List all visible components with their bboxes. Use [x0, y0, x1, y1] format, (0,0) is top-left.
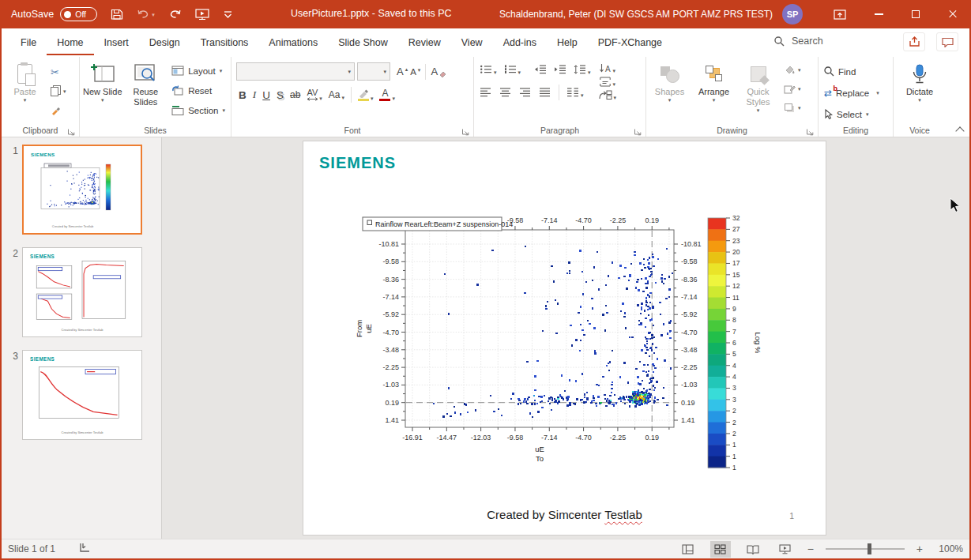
align-left-button[interactable]: [480, 87, 492, 98]
drawing-dialog-launcher[interactable]: [806, 126, 815, 134]
maximize-button[interactable]: [898, 0, 933, 28]
start-slideshow-button[interactable]: [195, 9, 210, 21]
slide-sorter-view-button[interactable]: [710, 541, 731, 558]
ribbon-display-options-button[interactable]: [822, 0, 857, 28]
text-shadow-button[interactable]: S: [277, 89, 284, 101]
svg-text:-3.48: -3.48: [681, 346, 698, 354]
align-center-button[interactable]: [499, 87, 512, 98]
format-painter-button[interactable]: [48, 102, 69, 118]
undo-button[interactable]: ▾: [137, 9, 155, 20]
underline-button[interactable]: U: [262, 89, 270, 101]
notes-button[interactable]: [79, 543, 91, 555]
shape-effects-button[interactable]: ▾: [781, 100, 804, 115]
shrink-font-button[interactable]: A▾: [410, 67, 420, 77]
tab-transitions[interactable]: Transitions: [190, 31, 259, 55]
svg-text:-9.58: -9.58: [507, 434, 524, 442]
tab-animations[interactable]: Animations: [258, 31, 328, 55]
slideshow-view-button[interactable]: [775, 541, 796, 558]
align-text-button[interactable]: ▾: [599, 77, 617, 87]
tab-add-ins[interactable]: Add-ins: [493, 31, 547, 55]
comments-button[interactable]: [936, 32, 958, 51]
convert-to-smartart-button[interactable]: ▾: [599, 90, 617, 100]
customize-qat-button[interactable]: [224, 11, 232, 18]
italic-button[interactable]: I: [253, 88, 257, 101]
grow-font-button[interactable]: A▴: [397, 66, 408, 77]
section-button[interactable]: Section▾: [168, 102, 228, 118]
justify-button[interactable]: [539, 87, 551, 98]
zoom-slider[interactable]: [826, 548, 905, 550]
increase-indent-button[interactable]: [554, 64, 566, 75]
highlight-color-button[interactable]: ▾: [358, 89, 374, 101]
arrange-button[interactable]: Arrange▾: [693, 58, 735, 123]
paste-button[interactable]: Paste ▾: [4, 58, 46, 123]
minimize-icon: [875, 13, 883, 15]
tab-design[interactable]: Design: [139, 31, 190, 55]
tab-review[interactable]: Review: [398, 31, 451, 55]
font-dialog-launcher[interactable]: [461, 126, 470, 134]
zoom-percentage[interactable]: 100%: [935, 543, 963, 554]
slide[interactable]: SIEMENS -16.91-14.47-12.03-9.58-7.14-4.7…: [303, 141, 826, 536]
change-case-button[interactable]: Aa▾: [329, 89, 344, 100]
zoom-slider-thumb[interactable]: [868, 543, 871, 554]
save-button[interactable]: [111, 9, 123, 21]
shapes-button[interactable]: Shapes▾: [649, 58, 691, 123]
new-slide-button[interactable]: New Slide ▾: [82, 58, 123, 123]
font-color-button[interactable]: A ▾: [379, 88, 395, 101]
clear-formatting-button[interactable]: A: [431, 66, 446, 77]
thumbnail-row-3: 3 SIEMENS Created by Simcenter Testlab: [6, 350, 152, 440]
slide-2-thumbnail[interactable]: SIEMENS Created by Simcenter Testlab: [22, 247, 142, 337]
copy-button[interactable]: ▾: [48, 83, 69, 99]
dictate-button[interactable]: Dictate ▾: [899, 58, 941, 103]
collapse-ribbon-button[interactable]: [956, 126, 963, 133]
shape-fill-button[interactable]: ▾: [781, 62, 804, 77]
tab-insert[interactable]: Insert: [94, 31, 139, 55]
reset-button[interactable]: Reset: [168, 82, 228, 99]
text-direction-button[interactable]: A▾: [599, 63, 617, 73]
minimize-button[interactable]: [861, 0, 897, 28]
find-button[interactable]: Find: [821, 63, 890, 80]
numbering-button[interactable]: ▾: [504, 64, 521, 75]
share-button[interactable]: [903, 32, 925, 51]
normal-view-button[interactable]: [678, 541, 698, 558]
zoom-in-button[interactable]: +: [916, 543, 923, 555]
account-name[interactable]: Schaldenbrand, Peter (DI SW GSCS AM PORT…: [499, 9, 773, 20]
font-name-select[interactable]: ▾: [236, 62, 355, 81]
align-right-button[interactable]: [519, 87, 532, 98]
redo-button[interactable]: [168, 9, 182, 20]
columns-button[interactable]: ▾: [566, 87, 584, 98]
zoom-out-button[interactable]: −: [807, 543, 814, 555]
tab-view[interactable]: View: [451, 31, 493, 55]
tab-home[interactable]: Home: [47, 31, 93, 55]
tab-file[interactable]: File: [10, 31, 47, 55]
reuse-slides-button[interactable]: Reuse Slides: [126, 58, 167, 123]
bold-button[interactable]: B: [239, 89, 247, 101]
tab-slide-show[interactable]: Slide Show: [328, 31, 398, 55]
decrease-indent-button[interactable]: [534, 64, 547, 75]
slide-3-thumbnail[interactable]: SIEMENS Created by Simcenter Testlab: [22, 350, 142, 440]
replace-button[interactable]: ⇄b Replace▾: [821, 85, 890, 101]
character-spacing-button[interactable]: AV ▾: [307, 88, 322, 101]
layout-button[interactable]: Layout▾: [168, 62, 228, 79]
slides-group-label: Slides: [80, 126, 231, 135]
font-size-select[interactable]: ▾: [357, 62, 390, 81]
avatar[interactable]: SP: [782, 4, 803, 24]
slide-editing-canvas[interactable]: SIEMENS -16.91-14.47-12.03-9.58-7.14-4.7…: [162, 137, 971, 539]
shape-outline-button[interactable]: ▾: [781, 81, 804, 96]
bullets-button[interactable]: ▾: [480, 64, 497, 75]
cut-button[interactable]: ✂: [48, 64, 69, 80]
strikethrough-button[interactable]: ab: [290, 89, 300, 100]
tab-pdf-xchange[interactable]: PDF-XChange: [588, 31, 672, 55]
slide-1-thumbnail[interactable]: SIEMENS Created by Simcenter Testlab: [22, 145, 142, 235]
tab-help[interactable]: Help: [547, 31, 588, 55]
search-box[interactable]: Search: [774, 36, 823, 47]
close-button[interactable]: [935, 0, 970, 28]
svg-text:0.19: 0.19: [645, 216, 659, 224]
autosave-toggle[interactable]: Off: [60, 7, 97, 21]
reading-view-button[interactable]: [743, 541, 763, 558]
paragraph-dialog-launcher[interactable]: [634, 126, 642, 134]
clipboard-dialog-launcher[interactable]: [67, 126, 76, 134]
line-spacing-button[interactable]: ▾: [574, 64, 591, 75]
quick-styles-button[interactable]: Quick Styles▾: [737, 58, 779, 123]
svg-text:-10.81: -10.81: [681, 240, 702, 248]
select-button[interactable]: Select▾: [821, 106, 890, 122]
